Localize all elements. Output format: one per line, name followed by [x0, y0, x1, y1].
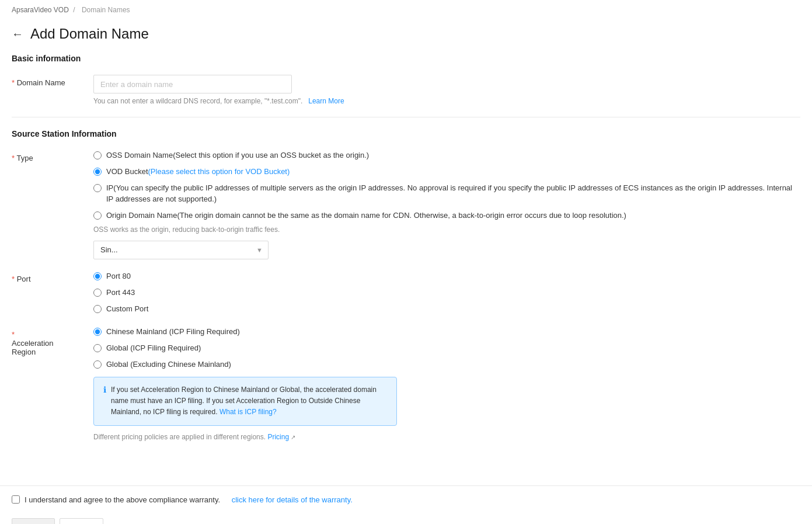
ip-label-desc: (You can specify the public IP addresses…: [106, 183, 792, 203]
basic-info-title: Basic information: [12, 54, 800, 63]
accel-global-option[interactable]: Global (ICP Filing Required): [93, 343, 800, 353]
port-label: Port: [12, 271, 93, 283]
port-radio-group: Port 80 Port 443 Custom Port: [93, 271, 800, 315]
type-label: Type: [12, 150, 93, 162]
type-control: OSS Domain Name(Select this option if yo…: [93, 150, 800, 259]
domain-name-input[interactable]: [93, 75, 292, 93]
accel-global-radio[interactable]: [93, 344, 102, 352]
accel-global-excl-option[interactable]: Global (Excluding Chinese Mainland): [93, 359, 800, 370]
icp-info-box: ℹ If you set Acceleration Region to Chin…: [93, 377, 397, 426]
info-icon: ℹ: [103, 385, 106, 418]
type-oss-option[interactable]: OSS Domain Name(Select this option if yo…: [93, 150, 800, 161]
acceleration-label-text: Acceleration: [12, 339, 93, 348]
learn-more-link[interactable]: Learn More: [308, 97, 344, 105]
compliance-text: I understand and agree to the above comp…: [25, 495, 220, 504]
type-row: Type OSS Domain Name(Select this option …: [12, 150, 800, 259]
type-ip-option[interactable]: IP(You can specify the public IP address…: [93, 183, 800, 204]
type-vod-label: VOD Bucket(Please select this option for…: [106, 166, 290, 177]
domain-name-hint: You can not enter a wildcard DNS record,…: [93, 97, 800, 105]
back-arrow-icon[interactable]: ←: [12, 27, 23, 41]
bucket-select-wrap: Sin... ▼: [93, 241, 269, 259]
type-vod-option[interactable]: VOD Bucket(Please select this option for…: [93, 166, 800, 177]
port-443-radio[interactable]: [93, 289, 102, 297]
submit-button[interactable]: Submit: [12, 518, 55, 524]
port-80-label: Port 80: [106, 271, 131, 282]
accel-mainland-radio[interactable]: [93, 328, 102, 336]
icp-link[interactable]: What is ICP filing?: [219, 408, 277, 416]
domain-name-label: Domain Name: [12, 75, 93, 87]
compliance-checkbox[interactable]: [12, 495, 20, 504]
origin-label-main: Origin Domain Name: [106, 211, 177, 220]
port-443-option[interactable]: Port 443: [93, 287, 800, 298]
port-custom-radio[interactable]: [93, 305, 102, 313]
acceleration-row: Acceleration Region Chinese Mainland (IC…: [12, 327, 800, 441]
section-divider-1: [12, 117, 800, 117]
type-origin-label: Origin Domain Name(The origin domain can…: [106, 210, 626, 221]
acceleration-radio-group: Chinese Mainland (ICP Filing Required) G…: [93, 327, 800, 370]
icp-info-text: If you set Acceleration Region to Chines…: [111, 384, 387, 418]
ip-label-main: IP: [106, 183, 113, 192]
type-origin-option[interactable]: Origin Domain Name(The origin domain can…: [93, 210, 800, 221]
warranty-link[interactable]: click here for details of the warranty.: [232, 495, 353, 504]
pricing-text-content: Different pricing policies are applied i…: [93, 433, 266, 441]
hint-text-content: You can not enter a wildcard DNS record,…: [93, 97, 302, 105]
accel-mainland-option[interactable]: Chinese Mainland (ICP Filing Required): [93, 327, 800, 337]
accel-mainland-label: Chinese Mainland (ICP Filing Required): [106, 327, 240, 337]
origin-label-desc: (The origin domain cannot be the same as…: [177, 211, 626, 220]
domain-name-control: You can not enter a wildcard DNS record,…: [93, 75, 800, 105]
vod-label-main: VOD Bucket: [106, 167, 148, 176]
acceleration-label: Acceleration Region: [12, 327, 93, 356]
type-ip-radio[interactable]: [93, 184, 102, 192]
source-station-title: Source Station Information: [12, 129, 800, 138]
bucket-select[interactable]: Sin...: [93, 241, 269, 259]
pricing-text: Different pricing policies are applied i…: [93, 433, 800, 441]
breadcrumb: ApsaraVideo VOD / Domain Names: [0, 0, 812, 20]
pricing-link[interactable]: Pricing: [267, 433, 289, 441]
accel-global-excl-label: Global (Excluding Chinese Mainland): [106, 359, 231, 370]
source-station-section: Source Station Information Type OSS Doma…: [12, 129, 800, 441]
breadcrumb-current: Domain Names: [82, 6, 130, 14]
page-header: ← Add Domain Name: [0, 20, 812, 54]
breadcrumb-parent[interactable]: ApsaraVideo VOD: [12, 6, 69, 14]
oss-label-main: OSS Domain Name: [106, 151, 173, 159]
domain-name-row: Domain Name You can not enter a wildcard…: [12, 75, 800, 105]
port-80-radio[interactable]: [93, 272, 102, 280]
type-oss-radio[interactable]: [93, 151, 102, 159]
type-radio-group: OSS Domain Name(Select this option if yo…: [93, 150, 800, 221]
accel-global-label: Global (ICP Filing Required): [106, 343, 201, 353]
oss-label-desc: (Select this option if you use an OSS bu…: [173, 151, 369, 159]
type-origin-radio[interactable]: [93, 211, 102, 220]
port-custom-label: Custom Port: [106, 304, 148, 314]
port-control: Port 80 Port 443 Custom Port: [93, 271, 800, 315]
breadcrumb-separator: /: [73, 6, 75, 14]
port-row: Port Port 80 Port 443 Custom Port: [12, 271, 800, 315]
action-buttons: Submit Cancel: [0, 513, 812, 524]
region-label-text: Region: [12, 348, 93, 356]
acceleration-control: Chinese Mainland (ICP Filing Required) G…: [93, 327, 800, 441]
port-80-option[interactable]: Port 80: [93, 271, 800, 282]
compliance-row: I understand and agree to the above comp…: [0, 486, 812, 513]
type-oss-label: OSS Domain Name(Select this option if yo…: [106, 150, 369, 161]
vod-label-desc: (Please select this option for VOD Bucke…: [148, 167, 290, 176]
type-vod-radio[interactable]: [93, 168, 102, 176]
basic-info-section: Basic information Domain Name You can no…: [12, 54, 800, 105]
accel-global-excl-radio[interactable]: [93, 360, 102, 369]
port-custom-option[interactable]: Custom Port: [93, 304, 800, 314]
page-title: Add Domain Name: [30, 26, 149, 42]
oss-hint: OSS works as the origin, reducing back-t…: [93, 225, 800, 234]
type-ip-label: IP(You can specify the public IP address…: [106, 183, 800, 204]
cancel-button[interactable]: Cancel: [60, 518, 103, 524]
external-link-icon: ↗: [291, 434, 295, 440]
port-443-label: Port 443: [106, 287, 135, 298]
